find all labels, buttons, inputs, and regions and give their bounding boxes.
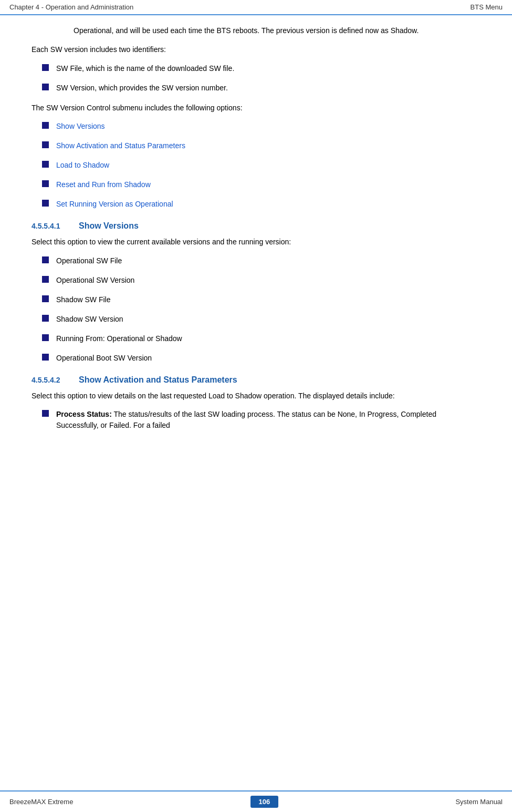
bullet-icon — [42, 161, 49, 168]
header-right: BTS Menu — [471, 3, 503, 11]
process-status-text: The status/results of the last SW loadin… — [56, 410, 436, 429]
footer-left: BreezeMAX Extreme — [9, 798, 73, 806]
footer-bar: BreezeMAX Extreme 106 System Manual — [0, 790, 512, 812]
bullet-icon — [42, 410, 49, 417]
bullet-text: Running From: Operational or Shadow — [56, 333, 182, 344]
list-item: Reset and Run from Shadow — [42, 179, 480, 190]
section1-heading: 4.5.5.4.1 Show Versions — [32, 221, 480, 231]
list-item: Operational SW File — [42, 255, 480, 266]
intro-para2: Each SW version includes two identifiers… — [32, 44, 480, 55]
list-item: Show Activation and Status Parameters — [42, 140, 480, 151]
bullet-text: SW File, which is the name of the downlo… — [56, 63, 234, 74]
link-bullets: Show Versions Show Activation and Status… — [32, 121, 480, 210]
list-item: SW File, which is the name of the downlo… — [42, 63, 480, 74]
bullet-icon — [42, 295, 49, 302]
bullet-icon — [42, 180, 49, 187]
list-item: Shadow SW File — [42, 294, 480, 305]
footer-right: System Manual — [455, 798, 503, 806]
section2-bullets: Process Status: The status/results of th… — [32, 409, 480, 431]
intro-para3: The SW Version Control submenu includes … — [32, 102, 480, 114]
bullet-icon — [42, 141, 49, 148]
bullet-icon — [42, 334, 49, 341]
bullet-text: Operational SW Version — [56, 275, 134, 286]
process-status-label: Process Status: — [56, 410, 112, 418]
bullet-text: Operational SW File — [56, 255, 122, 266]
list-item: Load to Shadow — [42, 160, 480, 171]
header-left: Chapter 4 - Operation and Administration — [9, 3, 133, 11]
intro-para1: Operational, and will be used each time … — [74, 25, 480, 36]
bullet-icon — [42, 354, 49, 361]
show-versions-link[interactable]: Show Versions — [56, 121, 105, 132]
bullet-text: Process Status: The status/results of th… — [56, 409, 480, 431]
section2-heading: 4.5.5.4.2 Show Activation and Status Par… — [32, 375, 480, 385]
bullet-icon — [42, 315, 49, 322]
bullet-text: Shadow SW Version — [56, 314, 123, 325]
intro-block: Operational, and will be used each time … — [74, 25, 480, 36]
main-content: Operational, and will be used each time … — [0, 15, 512, 790]
bullet-text: SW Version, which provides the SW versio… — [56, 83, 228, 94]
set-running-link[interactable]: Set Running Version as Operational — [56, 199, 173, 210]
section1-title: Show Versions — [79, 221, 139, 231]
list-item: SW Version, which provides the SW versio… — [42, 83, 480, 94]
section2-intro: Select this option to view details on th… — [32, 390, 480, 402]
list-item: Process Status: The status/results of th… — [42, 409, 480, 431]
bullet-icon — [42, 64, 49, 71]
header-bar: Chapter 4 - Operation and Administration… — [0, 0, 512, 15]
bullet-icon — [42, 84, 49, 90]
page-container: Chapter 4 - Operation and Administration… — [0, 0, 512, 812]
list-item: Show Versions — [42, 121, 480, 132]
section1-bullets: Operational SW File Operational SW Versi… — [32, 255, 480, 364]
footer-page: 106 — [250, 796, 279, 808]
show-activation-link[interactable]: Show Activation and Status Parameters — [56, 140, 185, 151]
list-item: Operational Boot SW Version — [42, 353, 480, 364]
section1-intro: Select this option to view the current a… — [32, 236, 480, 248]
intro-bullets: SW File, which is the name of the downlo… — [32, 63, 480, 94]
section2-body: Select this option to view details on th… — [32, 390, 480, 431]
bullet-icon — [42, 122, 49, 129]
list-item: Operational SW Version — [42, 275, 480, 286]
bullet-text: Operational Boot SW Version — [56, 353, 152, 364]
reset-and-run-link[interactable]: Reset and Run from Shadow — [56, 179, 151, 190]
list-item: Running From: Operational or Shadow — [42, 333, 480, 344]
section1-number: 4.5.5.4.1 — [32, 222, 79, 230]
section2-number: 4.5.5.4.2 — [32, 376, 79, 384]
load-to-shadow-link[interactable]: Load to Shadow — [56, 160, 109, 171]
section1-body: Select this option to view the current a… — [32, 236, 480, 363]
list-item: Shadow SW Version — [42, 314, 480, 325]
bullet-text: Shadow SW File — [56, 294, 110, 305]
list-item: Set Running Version as Operational — [42, 199, 480, 210]
bullet-icon — [42, 200, 49, 207]
section2-title: Show Activation and Status Parameters — [79, 375, 237, 385]
bullet-icon — [42, 276, 49, 283]
bullet-icon — [42, 256, 49, 263]
